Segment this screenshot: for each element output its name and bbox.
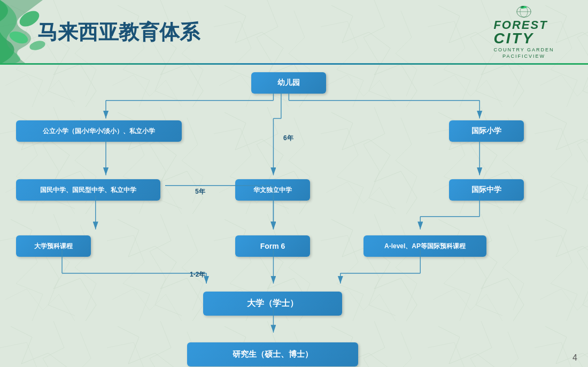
box-university: 大学（学士） xyxy=(203,292,342,316)
header-left: 马来西亚教育体系 xyxy=(11,19,200,46)
logo-city: CITY xyxy=(493,31,554,46)
logo-subtitle1: COUNTRY GARDEN xyxy=(493,47,554,52)
logo-text-container: FOREST CITY COUNTRY GARDEN PACIFICVIEW xyxy=(493,19,554,59)
box-kindergarten: 幼儿园 xyxy=(251,72,326,94)
logo-area: FOREST CITY COUNTRY GARDEN PACIFICVIEW xyxy=(470,5,577,59)
box-national-mid: 国民中学、国民型中学、私立中学 xyxy=(16,179,160,201)
box-alevel: A-level、AP等国际预科课程 xyxy=(363,235,486,257)
box-public-primary: 公立小学（国小/华小/淡小）、私立小学 xyxy=(16,120,182,142)
label-6years: 6年 xyxy=(283,134,293,143)
logo-subtitle2: PACIFICVIEW xyxy=(493,53,554,59)
box-form6: Form 6 xyxy=(235,235,310,257)
box-intl-primary: 国际小学 xyxy=(449,120,524,142)
box-chinese-mid: 华文独立中学 xyxy=(235,179,310,201)
header-divider xyxy=(0,63,588,65)
label-5years: 5年 xyxy=(195,187,205,196)
box-intl-mid: 国际中学 xyxy=(449,179,524,201)
page-number: 4 xyxy=(572,353,577,363)
box-preuni: 大学预科课程 xyxy=(16,235,91,257)
logo-graphic xyxy=(508,5,540,19)
label-1-2years: 1-2年 xyxy=(190,270,205,279)
box-graduate: 研究生（硕士、博士） xyxy=(187,342,358,366)
page-title: 马来西亚教育体系 xyxy=(37,19,200,46)
diagram-area: 6年 5年 1-2年 幼儿园 公立小学（国小/华小/淡小）、私立小学 国际小学 … xyxy=(0,67,588,356)
logo-forest: FOREST xyxy=(493,19,554,31)
